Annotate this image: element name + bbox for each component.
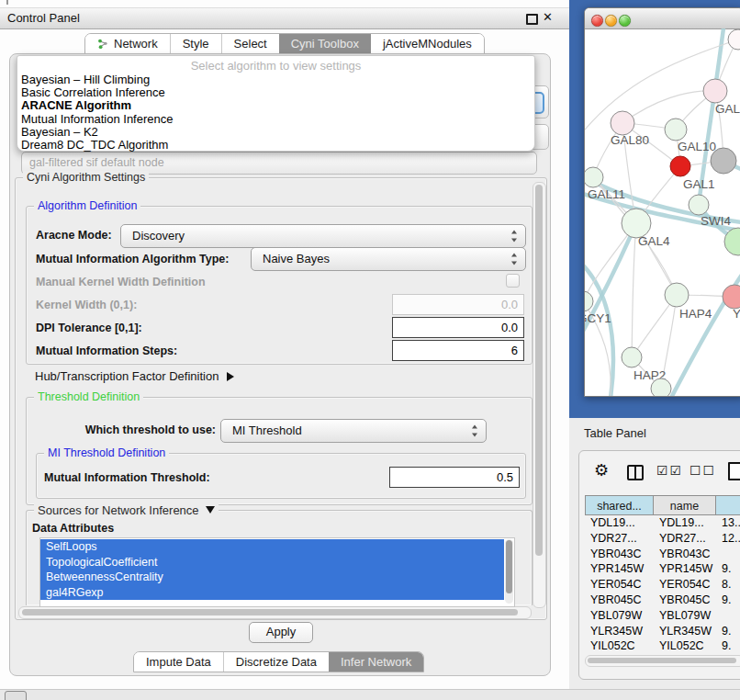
table-row-yer054c[interactable]: YER054CYER054C8. [585,577,740,593]
column-header-shared[interactable]: shared... [585,495,654,515]
mi-steps-input[interactable] [392,340,524,361]
network-node-gal11[interactable] [585,167,603,187]
attributes-scrollbar[interactable] [505,539,513,604]
kernel-width-label: Kernel Width (0,1): [36,299,137,311]
close-icon[interactable]: ✕ [543,10,553,24]
float-window-icon[interactable] [526,14,538,25]
attributes-scrollbar-thumb[interactable] [506,540,512,593]
algorithm-option-aracne-algorithm[interactable]: ARACNE Algorithm [21,99,531,112]
table-row-yil052c[interactable]: YIL052CYIL052C9. [585,638,740,653]
algorithm-option-bayesian-hill-climbing[interactable]: Bayesian – Hill Climbing [21,73,531,86]
collapsed-arrow-icon[interactable] [227,372,234,381]
expanded-arrow-icon[interactable] [206,506,215,514]
table-cell: YPR145W [590,561,654,577]
table-header-row: shared...name [585,495,740,515]
algorithm-option-mutual-information-inference[interactable]: Mutual Information Inference [21,113,531,126]
minimize-traffic-light[interactable] [605,15,617,27]
column-header-2[interactable] [716,495,740,515]
close-traffic-light[interactable] [591,15,603,27]
algorithm-popup-list: Bayesian – Hill ClimbingBasic Correlatio… [21,73,531,152]
network-node-gal80[interactable] [611,111,634,135]
table-row-ybr045c[interactable]: YBR045CYBR045C9. [585,593,740,608]
table-cell: 12... [722,531,740,547]
bottom-left-panel-icon[interactable] [5,691,27,700]
table-row-ypr145w[interactable]: YPR145WYPR145W9. [585,561,740,577]
network-node-gal7[interactable] [703,79,727,103]
network-canvas[interactable]: GAL7GAL80GAL10GAL1GAL11SWI4GAL4HAP4YGCY1… [585,28,740,396]
screen: Control Panel ✕ NetworkStyleSelectCyni T… [0,0,740,700]
settings-vertical-scrollbar-thumb[interactable] [535,185,543,556]
sources-title[interactable]: Sources for Network Inference [34,503,219,517]
apply-button[interactable]: Apply [249,622,313,643]
unchecked-columns-icon[interactable]: ☐☐ [690,463,716,478]
table-row-ybl079w[interactable]: YBL079WYBL079W [585,608,740,624]
network-node-swi4[interactable] [689,195,709,215]
tab-cyni-toolbox[interactable]: Cyni Toolbox [279,34,371,54]
network-edge [632,223,636,357]
tab-label: Style [183,34,209,54]
table-cell: YBR045C [590,593,654,608]
manual-kernel-width-checkbox[interactable] [506,274,520,288]
table-panel-title: Table Panel [584,426,646,440]
zoom-traffic-light[interactable] [619,15,631,27]
tab-select[interactable]: Select [221,34,279,54]
network-node-y[interactable] [723,285,740,309]
attribute-item-selfloops[interactable]: SelfLoops [40,539,504,555]
network-icon [97,39,108,50]
which-threshold-combo[interactable]: MI Threshold [220,419,487,443]
settings-horizontal-scrollbar-thumb[interactable] [22,609,518,615]
hub-tf-definition-section[interactable]: Hub/Transcription Factor Definition [35,369,234,383]
attribute-item-topologicalcoefficient[interactable]: TopologicalCoefficient [40,555,504,570]
tab-network[interactable]: Network [85,34,170,54]
data-attributes-list[interactable]: gal4RGexpBetweennessCentralityTopologica… [39,537,515,607]
tab-infer-network[interactable]: Infer Network [329,652,423,672]
table-cell: YER054C [590,577,654,593]
table-cell: YBL079W [590,608,654,624]
kernel-width-input[interactable] [392,294,524,315]
tab-label: Impute Data [146,652,211,672]
tab-discretize-data[interactable]: Discretize Data [223,652,329,672]
network-node-gcy1[interactable] [585,291,593,311]
network-node[interactable] [651,378,671,396]
network-view-window[interactable]: GAL7GAL80GAL10GAL1GAL11SWI4GAL4HAP4YGCY1… [584,7,740,397]
settings-horizontal-scrollbar[interactable] [18,606,532,619]
algorithm-option-basic-correlation-inference[interactable]: Basic Correlation Inference [21,86,531,99]
table-horizontal-scrollbar-thumb[interactable] [588,658,736,663]
table-row-ylr345w[interactable]: YLR345WYLR345W9. [585,624,740,639]
network-node-gal1[interactable] [670,156,690,176]
tab-style[interactable]: Style [170,34,221,54]
table-row-ybr043c[interactable]: YBR043CYBR043C [585,547,740,562]
algorithm-option-dream8-dc-tdc-algorithm[interactable]: Dream8 DC_TDC Algorithm [21,139,531,152]
settings-vertical-scrollbar[interactable] [533,182,546,608]
mi-algorithm-type-label: Mutual Information Algorithm Type: [36,253,229,265]
attribute-item-betweennesscentrality[interactable]: BetweennessCentrality [40,570,504,585]
network-node-hap4[interactable] [665,283,689,307]
network-node[interactable] [728,29,740,50]
table-row-ydr27[interactable]: YDR27...YDR27...12... [585,531,740,547]
mi-algorithm-type-combo[interactable]: Naive Bayes [251,247,526,271]
table-cell: 9. [722,624,740,639]
checked-columns-icon[interactable]: ☑☑ [656,463,683,478]
tab-impute-data[interactable]: Impute Data [134,652,223,672]
desktop-background: GAL7GAL80GAL10GAL1GAL11SWI4GAL4HAP4YGCY1… [569,0,740,418]
attribute-item-gal4rgexp[interactable]: gal4RGexp [40,585,504,601]
aracne-mode-combo[interactable]: Discovery [120,224,526,248]
network-node-gal10[interactable] [665,119,687,141]
network-node-label: GAL1 [683,177,715,191]
tab-jactivemnodules[interactable]: jActiveMNodules [371,34,484,54]
table-horizontal-scrollbar[interactable] [585,655,740,667]
network-window-titlebar[interactable] [585,8,740,29]
algorithm-option-bayesian-k2[interactable]: Bayesian – K2 [21,126,531,139]
table-cell: YBR043C [590,547,654,562]
page-icon[interactable] [728,462,740,480]
column-header-name[interactable]: name [654,495,716,515]
dpi-tolerance-input[interactable] [392,317,524,338]
popup-placeholder: Select algorithm to view settings [17,59,534,73]
table-row-ydl19[interactable]: YDL19...YDL19...13... [585,515,740,531]
mutual-information-threshold-input[interactable] [389,467,520,488]
network-node[interactable] [711,148,736,174]
split-columns-icon[interactable] [627,465,644,480]
table-cell: YLR345W [659,624,716,639]
gear-icon[interactable]: ⚙ [594,460,609,480]
network-node-hap2[interactable] [622,347,642,367]
